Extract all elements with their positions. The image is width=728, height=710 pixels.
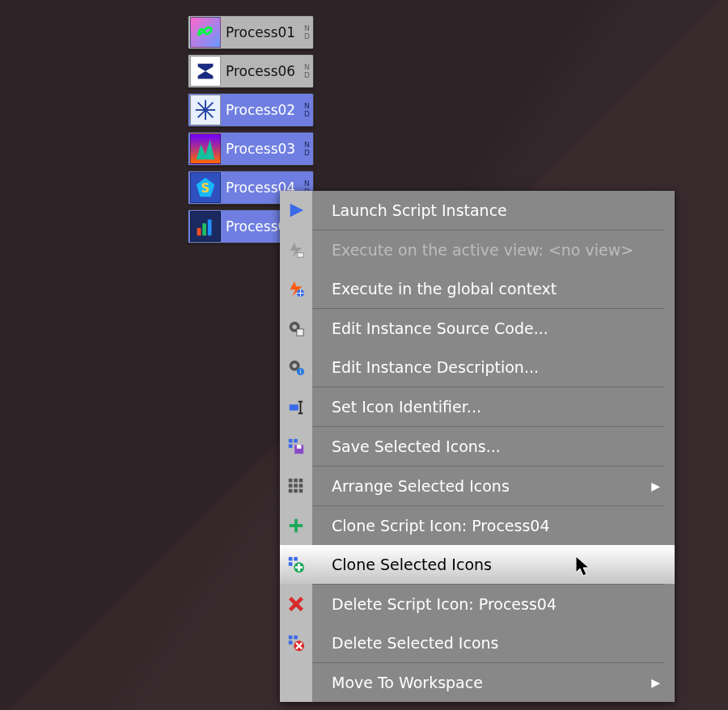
svg-rect-41 <box>290 524 303 527</box>
process-flags: ND <box>304 102 313 118</box>
text-cursor-icon <box>280 398 312 416</box>
x-red-icon <box>280 595 312 613</box>
svg-rect-22 <box>290 404 298 410</box>
svg-rect-50 <box>289 636 293 640</box>
svg-rect-35 <box>294 484 298 488</box>
menu-item-label: Clone Selected Icons <box>312 556 675 573</box>
sigma-icon <box>190 56 221 87</box>
play-icon <box>280 201 312 219</box>
svg-marker-10 <box>290 204 304 218</box>
svg-rect-32 <box>294 479 298 483</box>
svg-rect-37 <box>289 489 293 493</box>
svg-point-19 <box>292 363 297 368</box>
process-flags: ND <box>304 141 313 157</box>
gem-icon: S <box>190 172 221 203</box>
menu-item-label: Launch Script Instance <box>312 201 675 219</box>
histogram-icon <box>190 133 221 164</box>
menu-item-label: Edit Instance Description... <box>312 358 675 376</box>
gear-doc-icon <box>280 319 312 337</box>
bolt-gray-icon <box>280 241 312 259</box>
menu-delete-script-icon[interactable]: Delete Script Icon: Process04 <box>280 585 675 623</box>
svg-rect-8 <box>202 223 206 235</box>
svg-rect-52 <box>289 640 293 644</box>
context-menu: Launch Script Instance Execute on the ac… <box>280 191 675 702</box>
process-icon-process01[interactable]: Process01 ND <box>188 15 314 49</box>
menu-item-label: Arrange Selected Icons <box>312 477 651 495</box>
menu-item-label: Save Selected Icons... <box>312 437 675 455</box>
submenu-arrow-icon: ▶ <box>651 480 675 492</box>
process-flags: ND <box>304 63 313 79</box>
svg-rect-51 <box>294 636 298 640</box>
menu-launch-script-instance[interactable]: Launch Script Instance <box>280 191 675 230</box>
svg-rect-44 <box>289 562 293 566</box>
menu-items: Launch Script Instance Execute on the ac… <box>280 191 675 702</box>
menu-edit-instance-description[interactable]: i Edit Instance Description... <box>280 348 675 387</box>
grid-save-icon <box>280 437 312 455</box>
gear-info-icon: i <box>280 358 312 376</box>
grid-icon <box>280 477 312 495</box>
svg-marker-56 <box>576 556 589 576</box>
menu-execute-active-view: Execute on the active view: <no view> <box>280 230 675 269</box>
svg-rect-9 <box>208 220 212 236</box>
mouse-cursor-icon <box>576 556 592 581</box>
svg-rect-30 <box>297 445 302 449</box>
process-label: Process02 <box>222 102 304 118</box>
menu-edit-instance-source[interactable]: Edit Instance Source Code... <box>280 309 675 348</box>
menu-item-label: Delete Selected Icons <box>312 634 675 652</box>
menu-move-to-workspace[interactable]: Move To Workspace ▶ <box>280 663 675 702</box>
bars-icon <box>190 211 221 242</box>
infinity-icon <box>190 17 221 48</box>
svg-rect-42 <box>289 557 293 561</box>
process-icon-process03[interactable]: Process03 ND <box>188 132 314 166</box>
star-icon <box>190 95 221 125</box>
menu-set-icon-identifier[interactable]: Set Icon Identifier... <box>280 387 675 426</box>
process-icon-process02[interactable]: Process02 ND <box>188 93 314 127</box>
grid-plus-icon <box>280 556 312 573</box>
menu-item-label: Set Icon Identifier... <box>312 398 675 416</box>
menu-clone-script-icon[interactable]: Clone Script Icon: Process04 <box>280 506 675 545</box>
process-label: Process06 <box>222 63 304 79</box>
bolt-orange-icon <box>280 280 312 298</box>
svg-rect-43 <box>294 557 298 561</box>
process-flags: ND <box>304 24 313 40</box>
plus-green-icon <box>280 517 312 535</box>
svg-rect-26 <box>289 439 293 443</box>
svg-rect-39 <box>299 489 303 493</box>
svg-rect-28 <box>289 444 293 448</box>
menu-execute-global-context[interactable]: Execute in the global context <box>280 269 675 308</box>
svg-rect-38 <box>294 489 298 493</box>
menu-item-label: Move To Workspace <box>312 674 651 691</box>
svg-rect-34 <box>289 484 293 488</box>
svg-text:S: S <box>201 181 210 196</box>
submenu-arrow-icon: ▶ <box>651 676 675 689</box>
svg-rect-47 <box>295 566 303 568</box>
svg-rect-17 <box>297 329 303 336</box>
svg-point-16 <box>292 324 297 329</box>
menu-item-label: Edit Instance Source Code... <box>312 319 675 337</box>
menu-item-label: Execute on the active view: <no view> <box>312 241 675 259</box>
menu-item-label: Clone Script Icon: Process04 <box>312 517 675 535</box>
svg-rect-27 <box>294 439 298 443</box>
process-label: Process03 <box>222 141 304 157</box>
menu-arrange-selected-icons[interactable]: Arrange Selected Icons ▶ <box>280 467 675 505</box>
menu-clone-selected-icons[interactable]: Clone Selected Icons <box>280 545 675 584</box>
process-icon-process06[interactable]: Process06 ND <box>188 54 314 88</box>
svg-marker-4 <box>197 140 215 159</box>
process-label: Process01 <box>222 24 304 40</box>
svg-rect-36 <box>299 484 303 488</box>
svg-rect-31 <box>289 479 293 483</box>
svg-text:i: i <box>299 368 301 375</box>
grid-x-icon <box>280 634 312 652</box>
menu-item-label: Delete Script Icon: Process04 <box>312 595 675 613</box>
svg-rect-33 <box>299 479 303 483</box>
svg-rect-7 <box>197 228 201 235</box>
menu-delete-selected-icons[interactable]: Delete Selected Icons <box>280 623 675 662</box>
menu-save-selected-icons[interactable]: Save Selected Icons... <box>280 427 675 466</box>
menu-item-label: Execute in the global context <box>312 280 675 298</box>
svg-rect-12 <box>298 253 303 258</box>
